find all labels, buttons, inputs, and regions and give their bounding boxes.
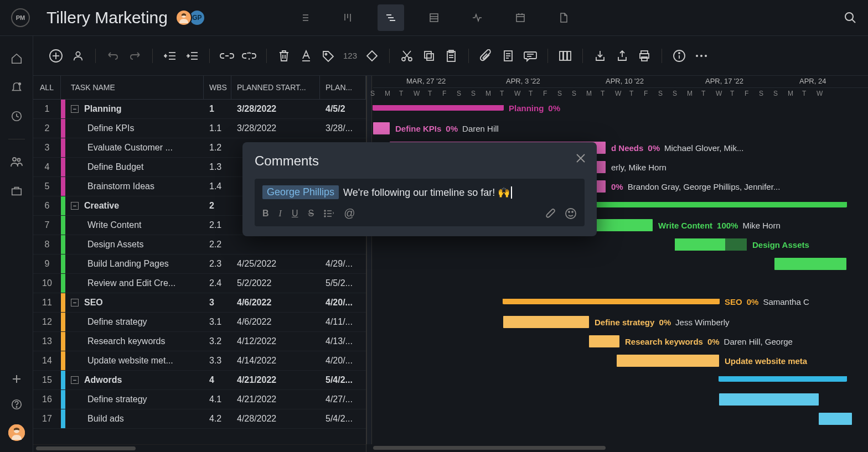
comment-input[interactable]: George Phillips We're following our time… — [255, 179, 585, 226]
start-date-cell[interactable]: 5/2/2022 — [231, 274, 320, 293]
start-date-cell[interactable]: 4/25/2022 — [231, 254, 320, 273]
collapse-toggle[interactable]: − — [71, 202, 79, 210]
gantt-task-bar[interactable] — [774, 258, 846, 270]
wbs-cell[interactable]: 1 — [204, 100, 231, 118]
task-row[interactable]: 1 −Planning 1 3/28/2022 4/5/2 — [33, 100, 366, 119]
end-date-cell[interactable]: 4/20/... — [320, 351, 366, 370]
gantt-task-bar[interactable]: Define strategy0%Jess Wimberly — [503, 316, 589, 328]
task-name-cell[interactable]: −Creative — [65, 196, 204, 215]
task-row[interactable]: 11 −SEO 3 4/6/2022 4/20/... — [33, 293, 366, 313]
end-date-cell[interactable]: 4/20/... — [320, 293, 366, 312]
gantt-row[interactable]: Planning0% — [373, 100, 868, 119]
task-name-cell[interactable]: Build Landing Pages — [65, 254, 204, 273]
wbs-cell[interactable]: 2.3 — [204, 254, 231, 273]
briefcase-icon[interactable] — [11, 185, 23, 197]
task-row[interactable]: 8 Design Assets 2.2 — [33, 235, 366, 254]
end-date-cell[interactable]: 4/5/2 — [320, 100, 366, 118]
assign-icon[interactable] — [71, 49, 85, 63]
undo-icon[interactable] — [106, 49, 120, 63]
task-row[interactable]: 9 Build Landing Pages 2.3 4/25/2022 4/29… — [33, 254, 366, 274]
task-row[interactable]: 10 Review and Edit Cre... 2.4 5/2/2022 5… — [33, 274, 366, 293]
avatar-group[interactable]: GP — [179, 9, 205, 26]
task-name-cell[interactable]: Research keywords — [65, 332, 204, 351]
gantt-row[interactable]: Define strategy0%Jess Wimberly — [373, 313, 868, 332]
gantt-task-bar[interactable]: Design Assets — [675, 238, 747, 251]
header-planned-end[interactable]: PLAN... — [320, 76, 366, 99]
gantt-summary-bar[interactable]: Planning0% — [373, 105, 503, 111]
wbs-cell[interactable]: 4.1 — [204, 390, 231, 409]
view-board[interactable] — [334, 4, 361, 31]
wbs-cell[interactable]: 1.1 — [204, 119, 231, 138]
grid-horizontal-scrollbar[interactable] — [33, 444, 366, 452]
task-row[interactable]: 12 Define strategy 3.1 4/6/2022 4/11/... — [33, 313, 366, 332]
attachment-icon[interactable] — [479, 49, 493, 63]
unlink-icon[interactable] — [242, 49, 256, 63]
wbs-cell[interactable]: 2 — [204, 196, 231, 215]
task-name-cell[interactable]: Write Content — [65, 216, 204, 235]
task-name-cell[interactable]: Brainstorm Ideas — [65, 177, 204, 196]
people-icon[interactable] — [10, 156, 23, 168]
list-icon[interactable] — [324, 210, 334, 217]
start-date-cell[interactable]: 4/14/2022 — [231, 351, 320, 370]
gantt-row[interactable]: Define KPIs0%Daren Hill — [373, 119, 868, 138]
header-all[interactable]: ALL — [33, 76, 61, 99]
task-name-cell[interactable]: Update website met... — [65, 351, 204, 370]
start-date-cell[interactable]: 4/6/2022 — [231, 293, 320, 312]
task-row[interactable]: 14 Update website met... 3.3 4/14/2022 4… — [33, 351, 366, 371]
start-date-cell[interactable]: 4/6/2022 — [231, 313, 320, 331]
end-date-cell[interactable]: 3/28/... — [320, 119, 366, 138]
gantt-task-bar[interactable] — [719, 393, 819, 406]
end-date-cell[interactable]: 4/27/... — [320, 390, 366, 409]
gantt-task-bar[interactable]: Define KPIs0%Daren Hill — [373, 122, 390, 134]
search-icon[interactable] — [844, 11, 857, 24]
view-calendar[interactable] — [507, 4, 534, 31]
header-planned-start[interactable]: PLANNED START... — [231, 76, 320, 99]
task-name-cell[interactable]: Review and Edit Cre... — [65, 274, 204, 293]
gantt-task-bar[interactable]: Research keywords0%Daren Hill, George — [589, 335, 619, 347]
bell-icon[interactable] — [11, 81, 23, 93]
start-date-cell[interactable]: 4/28/2022 — [231, 409, 320, 428]
underline-icon[interactable]: U — [292, 209, 298, 219]
gantt-row[interactable] — [373, 274, 868, 293]
task-row[interactable]: 2 Define KPIs 1.1 3/28/2022 3/28/... — [33, 119, 366, 138]
gantt-summary-bar[interactable] — [719, 376, 846, 382]
task-name-cell[interactable]: −Adwords — [65, 371, 204, 389]
task-name-cell[interactable]: −Planning — [65, 100, 204, 118]
gantt-task-bar[interactable] — [819, 413, 852, 425]
task-name-cell[interactable]: Build ads — [65, 409, 204, 428]
numbering-text[interactable]: 123 — [343, 51, 357, 60]
notes-icon[interactable] — [501, 49, 515, 63]
plus-icon[interactable] — [11, 373, 22, 385]
close-icon[interactable] — [576, 153, 586, 163]
redo-icon[interactable] — [128, 49, 142, 63]
task-name-cell[interactable]: Define strategy — [65, 390, 204, 409]
wbs-cell[interactable]: 1.3 — [204, 158, 231, 176]
mention-chip[interactable]: George Phillips — [262, 185, 339, 199]
avatar-user-1[interactable] — [175, 9, 192, 26]
wbs-cell[interactable]: 1.4 — [204, 177, 231, 196]
text-style-icon[interactable] — [299, 49, 313, 63]
gantt-row[interactable] — [373, 409, 868, 429]
trash-icon[interactable] — [277, 49, 291, 63]
start-date-cell[interactable]: 3/28/2022 — [231, 119, 320, 138]
gantt-task-bar[interactable]: Update website meta — [617, 355, 719, 367]
collapse-toggle[interactable]: − — [71, 299, 79, 306]
copy-icon[interactable] — [422, 49, 436, 63]
view-file[interactable] — [550, 4, 577, 31]
view-gantt[interactable] — [378, 4, 404, 31]
task-row[interactable]: 13 Research keywords 3.2 4/12/2022 4/13/… — [33, 332, 366, 351]
italic-icon[interactable]: I — [279, 209, 282, 219]
header-task-name[interactable]: TASK NAME — [65, 76, 204, 99]
view-sheet[interactable] — [421, 4, 447, 31]
end-date-cell[interactable] — [320, 235, 366, 254]
end-date-cell[interactable]: 4/11/... — [320, 313, 366, 331]
end-date-cell[interactable]: 4/29/... — [320, 254, 366, 273]
wbs-cell[interactable]: 3.2 — [204, 332, 231, 351]
milestone-icon[interactable] — [365, 49, 379, 63]
task-name-cell[interactable]: Design Assets — [65, 235, 204, 254]
gantt-row[interactable]: Design Assets — [373, 235, 868, 254]
gantt-row[interactable]: Research keywords0%Daren Hill, George — [373, 332, 868, 351]
wbs-cell[interactable]: 3.3 — [204, 351, 231, 370]
wbs-cell[interactable]: 2.4 — [204, 274, 231, 293]
gantt-row[interactable]: SEO0%Samantha C — [373, 293, 868, 313]
